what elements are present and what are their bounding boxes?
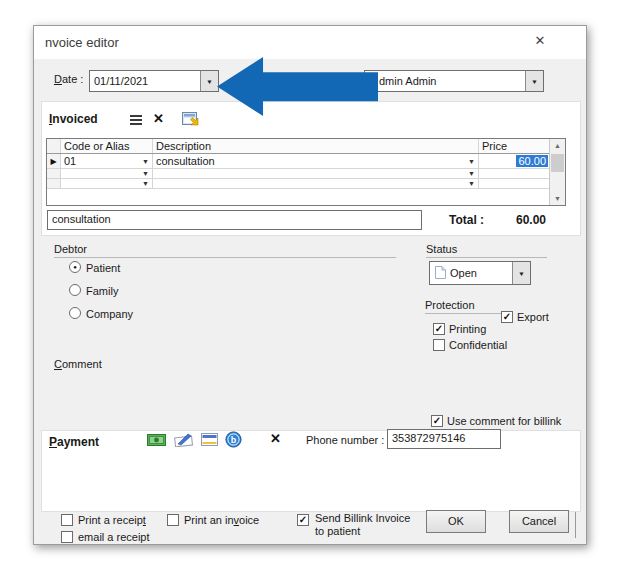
window-title: nvoice editor bbox=[45, 35, 119, 50]
confidential-checkbox[interactable] bbox=[433, 339, 445, 351]
radio-patient-label[interactable]: Patient bbox=[86, 262, 120, 274]
code-cell[interactable]: ▼ bbox=[61, 179, 153, 188]
invoiced-table-header: Code or Alias Description Price bbox=[47, 139, 565, 154]
check-icon: ✓ bbox=[503, 312, 511, 322]
radio-company[interactable] bbox=[69, 307, 81, 319]
confidential-checkbox-label[interactable]: Confidential bbox=[449, 339, 507, 351]
chevron-down-icon: ▼ bbox=[531, 78, 538, 84]
delete-payment-line-button[interactable]: ✕ bbox=[270, 432, 281, 445]
invoiced-row[interactable]: ▼ ▼ bbox=[47, 179, 565, 189]
x-icon: ✕ bbox=[153, 111, 164, 126]
properties-icon[interactable] bbox=[182, 111, 199, 128]
dropdown-arrow-icon[interactable]: ▼ bbox=[468, 158, 475, 165]
cheque-icon[interactable] bbox=[174, 432, 194, 449]
status-value: Open bbox=[446, 267, 512, 279]
dropdown-arrow-icon[interactable]: ▼ bbox=[468, 180, 475, 187]
row-marker-cell: ▶ bbox=[47, 154, 61, 168]
send-billink-label[interactable]: Send Billink Invoiceto patient bbox=[315, 512, 410, 538]
total-value: 60.00 bbox=[502, 213, 546, 227]
row-marker-icon: ▶ bbox=[50, 157, 56, 166]
status-group-title: Status bbox=[426, 243, 457, 255]
cancel-button[interactable]: Cancel bbox=[509, 510, 569, 533]
invoiced-row[interactable]: ▼ ▼ bbox=[47, 169, 565, 179]
row-marker-cell bbox=[47, 179, 61, 188]
radio-company-label[interactable]: Company bbox=[86, 308, 133, 320]
date-label: Date : bbox=[54, 73, 83, 85]
radio-family[interactable] bbox=[69, 284, 81, 296]
check-icon: ✓ bbox=[433, 416, 441, 426]
payment-title: Payment bbox=[49, 435, 99, 449]
column-header-price: Price bbox=[479, 139, 552, 153]
dropdown-arrow-icon[interactable]: ▼ bbox=[142, 158, 149, 165]
scrollbar-thumb[interactable] bbox=[551, 154, 564, 172]
column-header-code: Code or Alias bbox=[61, 139, 153, 153]
date-combobox[interactable]: 01/11/2021 ▼ bbox=[89, 70, 219, 92]
invoiced-table: Code or Alias Description Price ▶ 01▼ co… bbox=[46, 138, 566, 206]
debtor-group-line bbox=[54, 257, 396, 258]
document-icon bbox=[435, 266, 446, 281]
bank-icon[interactable]: b bbox=[225, 431, 242, 450]
x-icon: ✕ bbox=[270, 431, 281, 446]
status-combobox[interactable]: Open ▼ bbox=[429, 261, 531, 285]
delete-invoiced-line-button[interactable]: ✕ bbox=[153, 112, 164, 125]
code-cell[interactable]: ▼ bbox=[61, 169, 153, 178]
date-dropdown-button[interactable]: ▼ bbox=[200, 71, 218, 91]
date-value: 01/11/2021 bbox=[90, 75, 200, 87]
title-bar: nvoice editor ✕ bbox=[34, 26, 586, 59]
cash-icon[interactable] bbox=[147, 434, 166, 448]
dropdown-arrow-icon[interactable]: ▼ bbox=[142, 180, 149, 187]
invoiced-table-scrollbar[interactable]: ▲ ▼ bbox=[549, 139, 565, 205]
svg-text:b: b bbox=[231, 435, 237, 445]
card-icon[interactable] bbox=[201, 433, 218, 448]
print-receipt-label[interactable]: Print a receipt bbox=[78, 514, 146, 526]
dropdown-arrow-icon[interactable]: ▼ bbox=[142, 170, 149, 177]
code-cell[interactable]: 01▼ bbox=[61, 154, 153, 168]
chevron-down-icon: ▼ bbox=[518, 270, 525, 276]
price-cell[interactable] bbox=[479, 179, 552, 188]
description-cell[interactable]: ▼ bbox=[153, 169, 479, 178]
use-comment-billink-label[interactable]: Use comment for billink bbox=[447, 415, 561, 427]
description-cell[interactable]: consultation▼ bbox=[153, 154, 479, 168]
phone-number-input[interactable]: 353872975146 bbox=[387, 429, 501, 449]
invoiced-row[interactable]: ▶ 01▼ consultation▼ 60.00 bbox=[47, 154, 565, 169]
print-invoice-label[interactable]: Print an invoice bbox=[184, 514, 259, 526]
email-receipt-label[interactable]: email a receipt bbox=[78, 531, 150, 543]
window-edge-line bbox=[575, 512, 576, 538]
screenshot-canvas: nvoice editor ✕ Date : 01/11/2021 ▼ dmin… bbox=[0, 0, 622, 566]
column-header-description: Description bbox=[153, 139, 479, 153]
scroll-up-icon[interactable]: ▲ bbox=[550, 142, 565, 149]
clinician-dropdown-button[interactable]: ▼ bbox=[525, 71, 543, 91]
price-cell[interactable] bbox=[479, 169, 552, 178]
list-icon[interactable] bbox=[130, 115, 142, 125]
phone-number-label: Phone number : bbox=[306, 434, 384, 446]
header-marker-cell bbox=[47, 139, 61, 153]
export-checkbox-label[interactable]: Export bbox=[517, 311, 549, 323]
clinician-value: dmin Admin bbox=[365, 75, 525, 87]
send-billink-checkbox[interactable]: ✓ bbox=[297, 514, 309, 526]
printing-checkbox[interactable]: ✓ bbox=[433, 323, 445, 335]
email-receipt-checkbox[interactable] bbox=[61, 531, 73, 543]
scroll-down-icon[interactable]: ▼ bbox=[550, 195, 565, 202]
description-cell[interactable]: ▼ bbox=[153, 179, 479, 188]
invoice-editor-dialog: nvoice editor ✕ Date : 01/11/2021 ▼ dmin… bbox=[33, 25, 587, 545]
printing-checkbox-label[interactable]: Printing bbox=[449, 323, 486, 335]
total-label: Total : bbox=[449, 213, 484, 227]
clinician-combobox[interactable]: dmin Admin ▼ bbox=[364, 70, 544, 92]
chevron-down-icon: ▼ bbox=[206, 78, 213, 84]
print-invoice-checkbox[interactable] bbox=[167, 514, 179, 526]
ok-button[interactable]: OK bbox=[426, 510, 486, 533]
status-dropdown-button[interactable]: ▼ bbox=[512, 262, 530, 284]
summary-input[interactable]: consultation bbox=[47, 210, 422, 230]
export-checkbox[interactable]: ✓ bbox=[501, 311, 513, 323]
protection-group-line bbox=[425, 313, 501, 314]
radio-patient[interactable]: ● bbox=[69, 261, 81, 273]
radio-family-label[interactable]: Family bbox=[86, 285, 118, 297]
print-receipt-checkbox[interactable] bbox=[61, 514, 73, 526]
dropdown-arrow-icon[interactable]: ▼ bbox=[468, 170, 475, 177]
close-button[interactable]: ✕ bbox=[532, 33, 548, 49]
row-marker-cell bbox=[47, 169, 61, 178]
price-cell[interactable]: 60.00 bbox=[479, 154, 552, 168]
invoiced-title: Invoiced bbox=[49, 112, 98, 126]
use-comment-billink-checkbox[interactable]: ✓ bbox=[431, 415, 443, 427]
check-icon: ✓ bbox=[299, 515, 307, 525]
